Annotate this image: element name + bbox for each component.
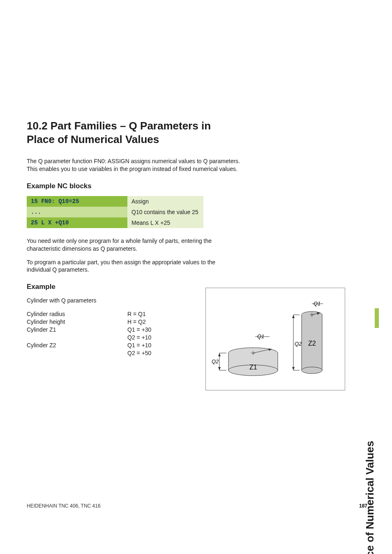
label-q1: Q1 — [314, 300, 321, 307]
example-value: R = Q1 — [127, 310, 201, 318]
example-value: H = Q2 — [127, 318, 201, 326]
cylinder-svg: Q1 Q2 Z1 — [206, 288, 346, 391]
cylinder-z2-shape — [302, 304, 323, 374]
example-label: Cylinder radius — [27, 310, 127, 318]
section-heading: 10.2 Part Families – Q Parameters in Pla… — [27, 119, 240, 146]
cylinder-diagram: Q1 Q2 Z1 — [205, 288, 345, 390]
svg-marker-12 — [218, 367, 221, 370]
dim-q2-z1 — [218, 353, 226, 370]
body-paragraph: You need write only one program for a wh… — [27, 237, 240, 253]
table-row: ... Q10 contains the value 25 — [27, 207, 203, 217]
nc-code-cell: 15 FN0: Q10=25 — [27, 196, 127, 207]
svg-marker-26 — [292, 315, 295, 318]
nc-desc-cell: Q10 contains the value 25 — [127, 207, 203, 217]
nc-code-cell: ... — [27, 207, 127, 217]
example-value: Q2 = +50 — [127, 349, 201, 357]
svg-point-19 — [302, 367, 322, 374]
label-z2: Z2 — [308, 340, 316, 347]
example-label — [27, 349, 127, 357]
body-paragraph: To program a particular part, you then a… — [27, 259, 240, 274]
example-label: Cylinder Z1 — [27, 326, 127, 334]
table-row: 15 FN0: Q10=25 Assign — [27, 196, 203, 207]
nc-desc-cell: Means L X +25 — [127, 217, 203, 228]
example-label: Cylinder height — [27, 318, 127, 326]
label-q2: Q2 — [295, 341, 302, 347]
intro-paragraph: The Q parameter function FN0: ASSIGN ass… — [27, 157, 240, 173]
nc-code-cell: 25 L X +Q10 — [27, 217, 127, 228]
page: 10.2 Part Families – Q Parameters in Pla… — [0, 0, 392, 554]
example-value: Q1 = +30 — [127, 326, 201, 334]
page-footer: HEIDENHAIN TNC 406, TNC 416 187 — [27, 503, 367, 509]
label-z1: Z1 — [249, 364, 257, 371]
nc-blocks-table: 15 FN0: Q10=25 Assign ... Q10 contains t… — [27, 196, 203, 228]
example-intro: Cylinder with Q parameters — [27, 297, 201, 305]
side-accent-bar — [375, 308, 379, 328]
example-label — [27, 334, 127, 342]
example-value: Q2 = +10 — [127, 334, 201, 342]
nc-desc-cell: Assign — [127, 196, 203, 207]
footer-doc-title: HEIDENHAIN TNC 406, TNC 416 — [27, 503, 101, 509]
example-value: Q1 = +10 — [127, 342, 201, 349]
label-q2: Q2 — [212, 358, 219, 365]
nc-blocks-heading: Example NC blocks — [27, 182, 367, 190]
label-q1: Q1 — [257, 333, 264, 339]
svg-marker-27 — [292, 367, 295, 370]
table-row: 25 L X +Q10 Means L X +25 — [27, 217, 203, 228]
page-number: 187 — [359, 503, 367, 509]
example-label: Cylinder Z2 — [27, 342, 127, 349]
side-section-title: 10.2 Part Families – Q Parameters in Pla… — [364, 440, 376, 554]
side-tab: 10.2 Part Families – Q Parameters in Pla… — [360, 119, 376, 440]
svg-marker-11 — [218, 353, 221, 356]
